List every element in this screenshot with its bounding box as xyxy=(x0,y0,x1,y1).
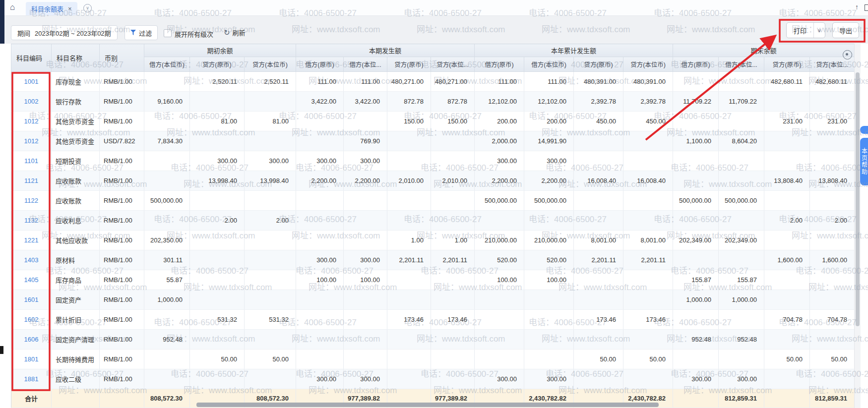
amount-cell xyxy=(245,92,296,112)
amount-cell: 3,422.00 xyxy=(296,92,344,112)
amount-cell xyxy=(387,330,431,350)
amount-cell: 11,709.22 xyxy=(719,92,764,112)
amount-cell xyxy=(673,211,719,231)
tab-close-icon[interactable]: × xyxy=(68,5,72,12)
currency-cell: RMB/1.00 xyxy=(100,151,144,171)
amount-cell: 952.48 xyxy=(144,330,190,350)
home-icon[interactable]: ⌂ xyxy=(10,2,15,12)
account-code-link[interactable]: 1403 xyxy=(11,250,52,270)
account-code-link[interactable]: 1221 xyxy=(11,231,52,250)
tab-list-dropdown-icon[interactable]: ∨ xyxy=(83,4,92,12)
amount-cell xyxy=(574,211,623,231)
amount-cell xyxy=(764,191,810,211)
account-name-cell: 应收二级 xyxy=(52,369,100,389)
account-code-link[interactable]: 1012 xyxy=(11,112,52,131)
column-group-header: 本期发生额 xyxy=(296,44,475,57)
account-code-link[interactable]: 1881 xyxy=(11,369,52,389)
account-name-cell: 长期待摊费用 xyxy=(52,350,100,369)
amount-cell: 13,998.40 xyxy=(190,171,245,191)
fullscreen-icon[interactable] xyxy=(865,4,868,11)
print-dropdown-chevron[interactable]: ∨ xyxy=(814,23,825,38)
tab-account-balance[interactable]: 科目余额表 × xyxy=(26,2,77,15)
total-amount-cell xyxy=(764,389,810,408)
currency-cell: RMB/1.00 xyxy=(100,112,144,131)
amount-cell xyxy=(764,231,810,250)
table-row: 1121应收账款RMB/1.0013,998.4013,998.402,200.… xyxy=(11,171,855,191)
page-help-tab[interactable]: 本页帮助 xyxy=(860,138,868,185)
currency-cell: RMB/1.00 xyxy=(100,171,144,191)
amount-cell xyxy=(810,290,855,310)
amount-cell: 2,200.00 xyxy=(296,171,344,191)
amount-cell: 81.00 xyxy=(190,112,245,131)
account-code-link[interactable]: 1101 xyxy=(11,151,52,171)
amount-cell: 2.00 xyxy=(190,211,245,231)
amount-cell: 2,200.00 xyxy=(524,171,574,191)
amount-cell xyxy=(245,290,296,310)
account-code-link[interactable]: 1002 xyxy=(11,92,52,112)
column-settings-icon[interactable] xyxy=(843,50,852,59)
amount-cell xyxy=(144,171,190,191)
account-code-link[interactable]: 1606 xyxy=(11,330,52,350)
amount-cell: 16,008.40 xyxy=(623,171,673,191)
table-row: 1012其他货币资金RMB/1.0081.0081.00150.00150.00… xyxy=(11,112,855,131)
amount-cell xyxy=(387,290,431,310)
account-code-link[interactable]: 1405 xyxy=(11,270,52,290)
print-button[interactable]: 打印 xyxy=(787,23,814,38)
period-filter[interactable]: 期间 2023年02期 ~ 2023年02期 xyxy=(11,25,118,40)
horizontal-scrollbar-thumb[interactable] xyxy=(196,403,659,407)
amount-cell xyxy=(344,310,387,330)
amount-cell: 111.00 xyxy=(296,72,344,92)
amount-cell: 480,271.00 xyxy=(431,72,475,92)
amount-cell xyxy=(623,290,673,310)
amount-cell: 2,201.11 xyxy=(387,250,431,270)
account-code-link[interactable]: 1602 xyxy=(11,310,52,330)
amount-cell: 210,000.00 xyxy=(475,231,524,250)
help-dot-icon[interactable] xyxy=(860,126,868,134)
amount-cell: 1,600.00 xyxy=(810,250,855,270)
account-code-link[interactable]: 1122 xyxy=(11,191,52,211)
amount-cell xyxy=(574,270,623,290)
amount-cell xyxy=(431,270,475,290)
expand-all-checkbox[interactable] xyxy=(164,29,172,37)
amount-cell: 2,201.11 xyxy=(431,250,475,270)
amount-cell xyxy=(245,131,296,151)
amount-cell xyxy=(344,290,387,310)
export-button[interactable]: 导出 xyxy=(832,22,859,38)
amount-cell: 11,709.22 xyxy=(673,92,719,112)
amount-cell: 300.00 xyxy=(344,250,387,270)
amount-cell xyxy=(673,72,719,92)
account-name-cell: 应收利息 xyxy=(52,211,100,231)
filter-button[interactable]: 过滤 xyxy=(124,25,158,40)
amount-cell xyxy=(764,151,810,171)
account-name-cell: 原材料 xyxy=(52,250,100,270)
amount-cell xyxy=(475,350,524,369)
column-header: 贷方(本位币) xyxy=(245,57,296,72)
amount-cell xyxy=(623,330,673,350)
amount-cell xyxy=(296,131,344,151)
refresh-button[interactable]: ↻ 刷新 xyxy=(224,28,246,37)
amount-cell: 111.00 xyxy=(344,72,387,92)
currency-cell: RMB/1.00 xyxy=(100,369,144,389)
amount-cell: 81.00 xyxy=(245,112,296,131)
currency-cell: USD/7.822 xyxy=(100,131,144,151)
vertical-scrollbar-thumb[interactable] xyxy=(856,72,860,326)
amount-cell xyxy=(623,191,673,211)
account-code-link[interactable]: 1601 xyxy=(11,290,52,310)
account-code-link[interactable]: 1121 xyxy=(11,171,52,191)
account-code-link[interactable]: 1012 xyxy=(11,131,52,151)
account-code-link[interactable]: 1801 xyxy=(11,350,52,369)
amount-cell xyxy=(673,151,719,171)
amount-cell: 13,808.40 xyxy=(810,171,855,191)
amount-cell: 2.00 xyxy=(245,211,296,231)
vertical-scrollbar[interactable] xyxy=(854,44,861,408)
account-code-link[interactable]: 1001 xyxy=(11,72,52,92)
amount-cell: 704.78 xyxy=(764,310,810,330)
amount-cell xyxy=(524,330,574,350)
amount-cell: 300.00 xyxy=(245,151,296,171)
account-code-link[interactable]: 1132 xyxy=(11,211,52,231)
column-header: 币别 xyxy=(100,44,144,72)
amount-cell xyxy=(810,191,855,211)
amount-cell: 202,349.00 xyxy=(673,231,719,250)
amount-cell xyxy=(623,211,673,231)
scroll-top-icon[interactable]: ↑ xyxy=(855,3,859,11)
